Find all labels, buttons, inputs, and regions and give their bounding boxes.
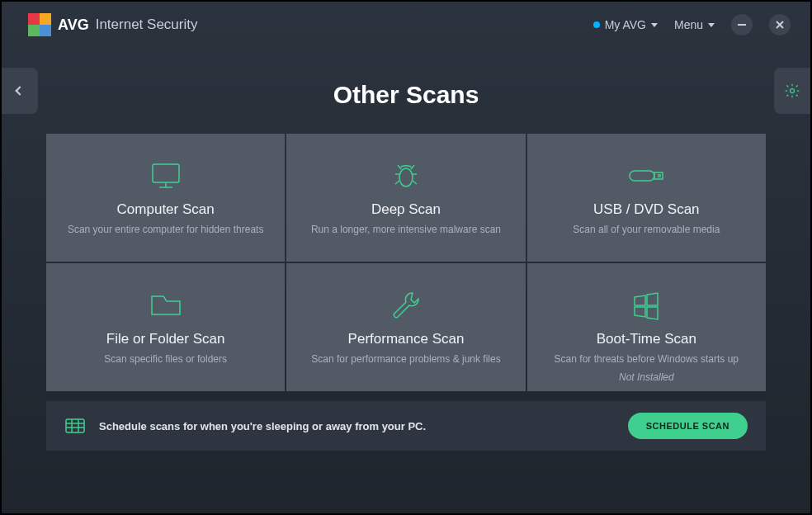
wrench-icon (390, 288, 422, 323)
schedule-info: Schedule scans for when you're sleeping … (64, 417, 426, 435)
svg-rect-9 (66, 419, 84, 432)
my-avg-dropdown[interactable]: My AVG (593, 18, 658, 31)
folder-icon (149, 288, 183, 323)
tile-desc: Scan for performance problems & junk fil… (311, 352, 500, 366)
header-bar: AVG Internet Security My AVG Menu (2, 2, 810, 48)
status-dot-icon (593, 21, 600, 28)
bug-icon (389, 158, 423, 193)
tile-title: Deep Scan (371, 201, 441, 218)
menu-dropdown[interactable]: Menu (674, 18, 715, 31)
tile-performance-scan[interactable]: Performance Scan Scan for performance pr… (286, 263, 525, 391)
windows-icon (631, 288, 661, 323)
not-installed-badge: Not Installed (619, 371, 674, 383)
tile-desc: Scan all of your removable media (573, 223, 720, 237)
page-title: Other Scans (333, 81, 479, 109)
tile-desc: Run a longer, more intensive malware sca… (311, 223, 501, 237)
minimize-button[interactable] (731, 14, 753, 35)
schedule-scan-button[interactable]: SCHEDULE SCAN (628, 413, 748, 439)
tile-usb-scan[interactable]: USB / DVD Scan Scan all of your removabl… (527, 134, 766, 262)
tile-desc: Scan for threats before Windows starts u… (555, 352, 739, 366)
svg-point-4 (399, 168, 413, 187)
brand-group: AVG Internet Security (28, 13, 197, 36)
svg-rect-1 (153, 164, 179, 182)
svg-point-0 (791, 89, 795, 93)
chevron-left-icon (15, 86, 24, 95)
usb-icon (626, 158, 666, 193)
tile-computer-scan[interactable]: Computer Scan Scan your entire computer … (46, 134, 285, 262)
tile-title: Boot-Time Scan (597, 331, 696, 347)
scan-grid-container: Computer Scan Scan your entire computer … (2, 134, 810, 391)
app-window: AVG Internet Security My AVG Menu (0, 0, 812, 515)
title-row: Other Scans (2, 48, 810, 134)
avg-logo-icon (28, 13, 51, 36)
svg-rect-6 (654, 172, 663, 179)
tile-boot-scan[interactable]: Boot-Time Scan Scan for threats before W… (527, 263, 766, 391)
close-icon (775, 20, 785, 30)
brand-name: AVG (58, 17, 89, 34)
my-avg-label: My AVG (605, 18, 646, 31)
chevron-down-icon (651, 23, 658, 27)
tile-title: USB / DVD Scan (593, 201, 700, 218)
tile-deep-scan[interactable]: Deep Scan Run a longer, more intensive m… (286, 134, 525, 262)
gear-icon (784, 83, 800, 99)
settings-button[interactable] (774, 68, 810, 114)
schedule-text: Schedule scans for when you're sleeping … (99, 420, 426, 432)
monitor-icon (148, 158, 184, 193)
chevron-down-icon (708, 23, 715, 27)
tile-title: File or Folder Scan (106, 331, 225, 347)
scan-grid: Computer Scan Scan your entire computer … (46, 134, 766, 391)
tile-file-scan[interactable]: File or Folder Scan Scan specific files … (46, 263, 285, 391)
product-name: Internet Security (96, 17, 198, 33)
schedule-bar: Schedule scans for when you're sleeping … (46, 401, 766, 451)
tile-title: Computer Scan (117, 201, 215, 218)
tile-desc: Scan your entire computer for hidden thr… (68, 223, 263, 237)
close-button[interactable] (769, 14, 791, 35)
tile-desc: Scan specific files or folders (104, 352, 227, 366)
minimize-icon (738, 24, 746, 26)
svg-rect-5 (630, 171, 654, 181)
header-actions: My AVG Menu (593, 14, 791, 35)
calendar-icon (64, 417, 86, 435)
tile-title: Performance Scan (348, 331, 465, 347)
menu-label: Menu (674, 18, 703, 31)
back-button[interactable] (2, 68, 38, 114)
